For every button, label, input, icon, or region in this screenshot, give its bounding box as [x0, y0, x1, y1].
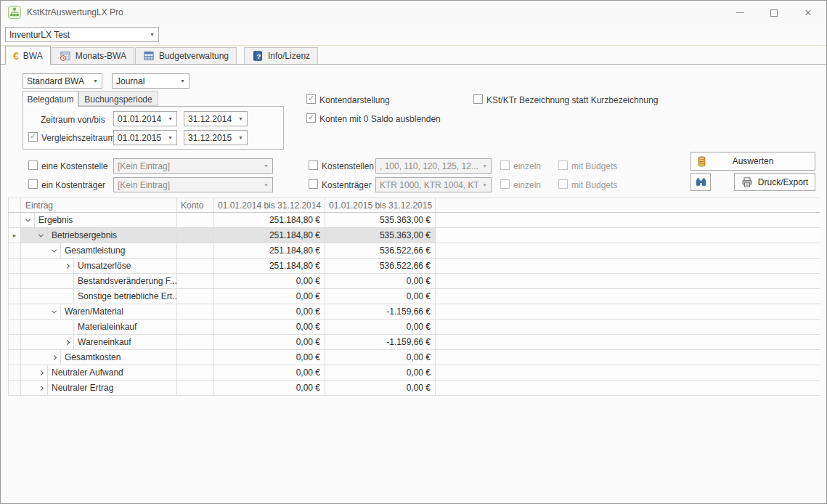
- kostentraeger-dropdown[interactable]: KTR 1000, KTR 1004, KT...: [375, 177, 492, 192]
- period1-value: 0,00 €: [214, 274, 325, 288]
- ein-kostentraeger-dropdown[interactable]: [Kein Eintrag]: [113, 177, 273, 192]
- period1-value: 251.184,80 €: [214, 259, 325, 273]
- bwa-layout-value: Standard BWA: [23, 76, 89, 86]
- table-row[interactable]: Materialeinkauf0,00 €0,00 €: [8, 320, 820, 335]
- close-icon[interactable]: [797, 5, 819, 20]
- table-row[interactable]: Gesamtleistung251.184,80 €536.522,66 €: [8, 243, 820, 259]
- zeitraum-from-datepicker[interactable]: 01.01.2014: [113, 111, 177, 126]
- org-chart-icon: [8, 6, 21, 19]
- konto-cell: [177, 381, 214, 395]
- entry-label: Gesamtleistung: [60, 243, 176, 258]
- table-row[interactable]: Ergebnis251.184,80 €535.363,00 €: [8, 213, 820, 228]
- vergleichszeitraum-checkbox[interactable]: [28, 132, 38, 142]
- entry-cell: Neutraler Aufwand: [21, 365, 177, 380]
- tree-collapse-icon[interactable]: [47, 304, 60, 319]
- entry-cell: Umsatzerlöse: [21, 259, 177, 273]
- search-button[interactable]: [690, 173, 711, 191]
- column-header-period1[interactable]: 01.01.2014 bis 31.12.2014: [214, 198, 325, 213]
- table-row[interactable]: Gesamtkosten0,00 €0,00 €: [8, 350, 820, 365]
- konto-cell: [177, 213, 214, 227]
- date-value: 31.12.2014: [184, 114, 235, 124]
- kostenstellen-budgets-checkbox[interactable]: [558, 160, 568, 170]
- tree-collapse-icon[interactable]: [34, 228, 47, 243]
- kontendarstellung-label: Kontendarstellung: [319, 95, 390, 105]
- bwa-layout-dropdown[interactable]: Standard BWA: [23, 73, 102, 89]
- row-indicator: [8, 243, 21, 258]
- kostenstellen-checkbox[interactable]: [309, 160, 318, 170]
- minimize-icon[interactable]: [729, 5, 751, 20]
- table-row[interactable]: Waren/Material0,00 €-1.159,66 €: [8, 304, 820, 320]
- period1-value: 0,00 €: [214, 350, 325, 365]
- konto-cell: [177, 304, 214, 319]
- journal-dropdown[interactable]: Journal: [112, 73, 190, 89]
- druck-export-button[interactable]: Druck/Export: [734, 173, 815, 191]
- tree-collapse-icon[interactable]: [21, 213, 34, 227]
- eine-kostenstelle-dropdown[interactable]: [Kein Eintrag]: [113, 158, 273, 174]
- chevron-down-icon: [478, 163, 491, 168]
- column-header-konto[interactable]: Konto: [177, 198, 214, 213]
- konto-cell: [177, 365, 214, 380]
- tab-buchungsperiode[interactable]: Buchungsperiode: [78, 91, 158, 106]
- ein-kostentraeger-checkbox[interactable]: [28, 179, 38, 189]
- table-row[interactable]: Sonstige betriebliche Ert...0,00 €0,00 €: [8, 289, 820, 304]
- eine-kostenstelle-checkbox[interactable]: [28, 160, 38, 170]
- tree-expand-icon[interactable]: [60, 259, 73, 273]
- kst-ktr-bezeichnung-checkbox[interactable]: [473, 94, 483, 104]
- tree-expand-icon[interactable]: [34, 365, 47, 380]
- info-book-icon: ?: [252, 50, 264, 62]
- tree-expand-icon[interactable]: [47, 350, 60, 365]
- konto-cell: [177, 289, 214, 304]
- table-row[interactable]: Umsatzerlöse251.184,80 €536.522,66 €: [8, 259, 820, 274]
- tree-expand-icon[interactable]: [60, 335, 73, 349]
- tab-budgetverwaltung[interactable]: Budgetverwaltung: [135, 47, 237, 64]
- main-tab-strip: € BWA Monats-BWA Budgetverwaltung: [1, 45, 826, 65]
- kostenstellen-budgets-label: mit Budgets: [571, 161, 617, 171]
- kontendarstellung-checkbox[interactable]: [306, 94, 316, 104]
- zeitraum-to-datepicker[interactable]: 31.12.2014: [184, 111, 248, 126]
- row-indicator: [8, 320, 21, 334]
- tree-expand-icon[interactable]: [34, 381, 47, 395]
- period2-value: -1.159,66 €: [325, 335, 436, 349]
- company-dropdown[interactable]: InventurLX Test: [5, 27, 159, 42]
- calendar-clock-icon: [60, 50, 71, 62]
- tree-collapse-icon[interactable]: [47, 243, 60, 258]
- null-saldo-checkbox[interactable]: [306, 113, 316, 123]
- row-indicator: [8, 289, 21, 304]
- column-header-eintrag[interactable]: Eintrag: [21, 198, 177, 213]
- vergleich-to-datepicker[interactable]: 31.12.2015: [184, 130, 248, 145]
- table-body: Ergebnis251.184,80 €535.363,00 €▸Betrieb…: [8, 213, 820, 396]
- app-window: KstKtrAuswertungLX Pro InventurLX Test €…: [0, 0, 827, 504]
- row-indicator: [8, 350, 21, 365]
- tab-info-lizenz[interactable]: ? Info/Lizenz: [244, 47, 318, 64]
- period2-value: 536.522,66 €: [325, 243, 436, 258]
- tab-belegdatum[interactable]: Belegdatum: [23, 91, 78, 107]
- table-row[interactable]: Wareneinkauf0,00 €-1.159,66 €: [8, 335, 820, 350]
- period2-value: 535.363,00 €: [325, 228, 436, 243]
- kostenstellen-einzeln-checkbox[interactable]: [500, 160, 510, 170]
- period2-value: 0,00 €: [325, 350, 436, 365]
- column-header-period2[interactable]: 01.01.2015 bis 31.12.2015: [325, 198, 436, 213]
- row-indicator: [8, 335, 21, 349]
- table-row[interactable]: ▸Betriebsergebnis251.184,80 €535.363,00 …: [8, 228, 820, 243]
- table-row[interactable]: Neutraler Ertrag0,00 €0,00 €: [8, 381, 820, 396]
- tab-monats-bwa[interactable]: Monats-BWA: [52, 47, 134, 64]
- tab-label: Buchungsperiode: [84, 94, 152, 105]
- kostentraeger-budgets-checkbox[interactable]: [558, 179, 568, 189]
- eine-kostenstelle-label: eine Kostenstelle: [41, 161, 107, 171]
- entry-cell: Betriebsergebnis: [21, 228, 177, 243]
- entry-label: Wareneinkauf: [73, 335, 176, 349]
- kostentraeger-einzeln-checkbox[interactable]: [500, 179, 510, 189]
- tab-bwa[interactable]: € BWA: [5, 46, 51, 65]
- printer-icon: [741, 176, 753, 188]
- kostenstellen-dropdown[interactable]: , 100, 110, 120, 125, 12...: [375, 158, 492, 174]
- maximize-icon[interactable]: [763, 5, 785, 20]
- chevron-down-icon: [478, 182, 491, 187]
- table-row[interactable]: Bestandsveränderung F...0,00 €0,00 €: [8, 274, 820, 289]
- row-indicator: [8, 365, 21, 380]
- tab-label: BWA: [23, 51, 43, 61]
- auswerten-button[interactable]: Auswerten: [690, 152, 815, 171]
- kostentraeger-checkbox[interactable]: [309, 179, 318, 189]
- table-row[interactable]: Neutraler Aufwand0,00 €0,00 €: [8, 365, 820, 381]
- vergleich-from-datepicker[interactable]: 01.01.2015: [113, 130, 177, 145]
- table-header: Eintrag Konto 01.01.2014 bis 31.12.2014 …: [8, 198, 820, 213]
